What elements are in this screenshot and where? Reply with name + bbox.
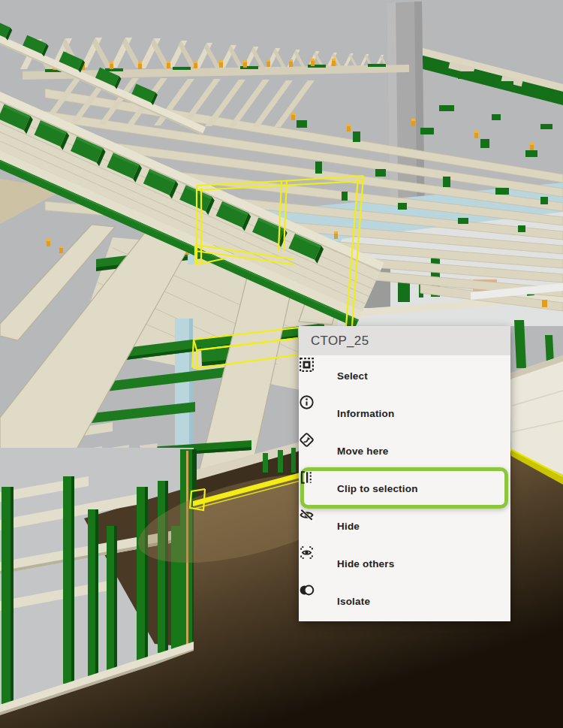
menu-item-label: Hide others (337, 558, 394, 569)
hide-others-icon (309, 556, 325, 572)
isolate-icon (309, 594, 325, 609)
clip-icon (309, 481, 325, 497)
menu-item-label: Move here (337, 446, 389, 457)
select-icon (309, 368, 325, 384)
menu-item-information[interactable]: Information (299, 394, 510, 432)
menu-item-label: Clip to selection (337, 483, 418, 494)
hide-icon (309, 518, 325, 534)
context-menu: CTOP_25 Select Information (299, 326, 510, 621)
context-menu-items: Select Information Move here (299, 355, 510, 621)
menu-item-label: Hide (337, 521, 360, 532)
menu-item-move-here[interactable]: Move here (299, 432, 510, 470)
menu-item-isolate[interactable]: Isolate (299, 582, 510, 620)
move-here-icon (309, 443, 325, 459)
menu-item-clip-to-selection[interactable]: Clip to selection (299, 470, 510, 507)
bim-viewport[interactable]: CTOP_25 Select Information (0, 0, 563, 728)
menu-item-hide[interactable]: Hide (299, 507, 510, 545)
menu-item-label: Select (337, 370, 368, 382)
menu-item-label: Isolate (337, 596, 370, 607)
information-icon (309, 406, 325, 421)
menu-item-label: Information (337, 408, 394, 419)
menu-item-select[interactable]: Select (299, 357, 510, 394)
context-menu-title: CTOP_25 (299, 326, 510, 355)
menu-item-hide-others[interactable]: Hide others (299, 545, 510, 582)
